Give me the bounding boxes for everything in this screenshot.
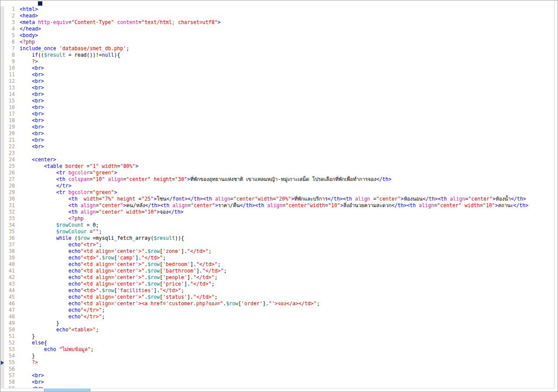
code-token: echo [68, 255, 81, 261]
code-token: } [20, 320, 59, 326]
code-token [20, 157, 32, 163]
line-number: 9 [0, 58, 15, 65]
code-area[interactable]: 1<html>2<head>3<meta http-equiv="Content… [0, 6, 555, 389]
code-line: 19 <br> [0, 124, 555, 130]
line-number: 50 [0, 327, 15, 333]
code-line: 24 <center> [0, 157, 555, 163]
line-number: 55 [0, 359, 15, 366]
code-token: <center> [32, 157, 56, 163]
code-token: $rowColour [56, 228, 87, 235]
code-line: 44 echo"<td>".$row['facilities']."</td>"… [0, 287, 555, 294]
line-number: 41 [0, 268, 15, 274]
code-line: 52 else{ [0, 340, 555, 346]
code-token: ; [102, 307, 105, 313]
code-token: echo [68, 300, 81, 307]
code-token: <html> [20, 6, 38, 12]
line-number: 58 [0, 379, 15, 385]
code-token: if [32, 52, 38, 58]
code-line: 2<head> [0, 13, 555, 19]
code-token: $row [147, 268, 160, 274]
code-line: 7include_once 'database/smet_db.php'; [0, 45, 555, 52]
code-token: </th><th [328, 196, 352, 202]
code-token: "10" [483, 202, 495, 208]
line-number: 45 [0, 294, 15, 300]
code-token: </th><th [391, 202, 416, 208]
line-number: 57 [0, 372, 15, 379]
code-token: "</td>" [193, 274, 215, 280]
code-token [20, 242, 68, 248]
code-line: 37 echo"<tr>"; [0, 242, 555, 248]
line-number: 21 [0, 137, 15, 143]
code-token: ; [163, 255, 166, 261]
code-token: "1" [90, 163, 99, 169]
line-number: 40 [0, 261, 15, 268]
code-token: "center" [437, 202, 462, 208]
code-token: width [126, 209, 141, 215]
code-token [20, 117, 32, 123]
code-token [20, 372, 32, 378]
code-line: 15 <br> [0, 98, 555, 104]
code-token: "<td align='center'>" [81, 248, 145, 254]
code-token: echo [68, 274, 81, 280]
line-number: 37 [0, 242, 15, 248]
code-token: width [258, 196, 273, 202]
code-line: 26 <tr bgcolor="green"> [0, 170, 555, 176]
code-token: = [84, 163, 90, 169]
horizontal-scrollbar[interactable] [0, 388, 555, 392]
code-token: "" [93, 228, 99, 235]
code-token: <?php [68, 215, 84, 222]
code-token: <?php [20, 39, 35, 45]
code-token [78, 202, 81, 208]
code-token: > [114, 170, 117, 176]
line-number: 22 [0, 143, 15, 150]
code-token: ; [126, 45, 129, 51]
code-token: = [90, 176, 93, 182]
code-line: 48 echo"</tr>"; [0, 314, 555, 320]
code-token [20, 300, 68, 307]
code-token: 'camp' [117, 255, 135, 261]
code-line: 25 <table border ="1" width="80%"> [0, 163, 555, 170]
code-token [20, 222, 56, 228]
code-token [20, 137, 32, 143]
code-line: 23 [0, 150, 555, 157]
code-token: <br> [32, 124, 44, 130]
code-token [65, 189, 68, 195]
code-token [352, 196, 355, 202]
line-number: 24 [0, 157, 15, 163]
code-token: = 0; [84, 222, 99, 228]
code-line: 5<body> [0, 32, 555, 39]
line-number: 18 [0, 117, 15, 124]
code-line: 9 ?> [0, 58, 555, 65]
code-token: while [56, 235, 72, 241]
code-token: bgcolor [68, 189, 90, 195]
code-token: width [84, 196, 99, 202]
code-token: = [480, 202, 483, 208]
code-editor[interactable]: ----+----1----+----2----+----3----+----4… [0, 0, 558, 392]
code-token: $row [78, 235, 90, 241]
code-token: <br> [32, 91, 44, 97]
code-token: "80%" [120, 163, 135, 169]
code-token [20, 104, 32, 110]
code-token: </th> [511, 196, 526, 202]
scrollbar-thumb[interactable] [44, 389, 90, 391]
code-token: ห้องน้ำ [496, 196, 511, 202]
code-token [20, 170, 56, 176]
code-token [20, 91, 32, 97]
code-line: 41 echo"<td align='center'>".$row['barth… [0, 268, 555, 274]
code-token: ราคา/คืน [218, 202, 240, 208]
code-line: 56 [0, 366, 555, 372]
code-token: "ไม่พบข้อมูล" [59, 346, 91, 352]
code-token: echo [68, 287, 81, 293]
line-number: 32 [0, 209, 15, 215]
code-token [20, 72, 32, 78]
code-token: </tr> [56, 183, 72, 189]
code-token: ; [218, 261, 221, 267]
line-number: 8 [0, 52, 15, 58]
code-token: ]. [154, 287, 160, 293]
code-token: $result [44, 52, 65, 58]
code-token [20, 274, 68, 280]
vertical-scrollbar[interactable] [554, 0, 558, 392]
code-line: 39 echo"<td>".$row['camp']."</td>"; [0, 255, 555, 261]
code-line: 30 <th width="7%" height ="25">โซน</font… [0, 196, 555, 202]
code-line: 27 <th colspan="10" align="center" heigh… [0, 176, 555, 183]
